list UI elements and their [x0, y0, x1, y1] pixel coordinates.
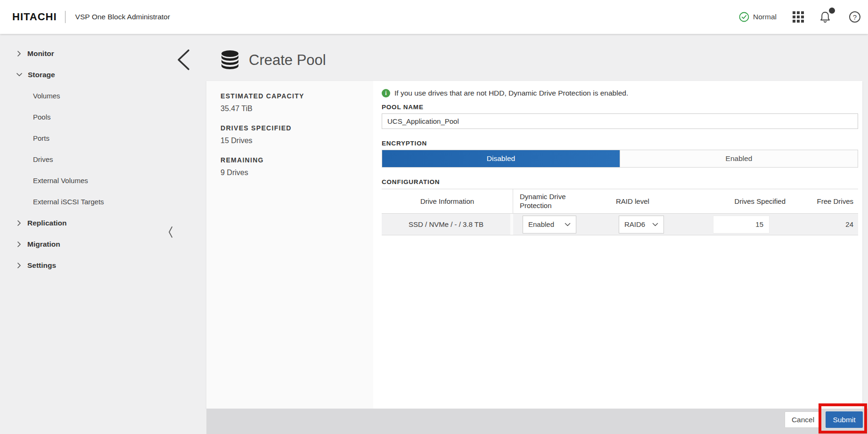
page-title: Create Pool: [249, 52, 326, 69]
sidebar-item-storage[interactable]: Storage: [0, 64, 169, 85]
sidebar-item-external-volumes[interactable]: External Volumes: [0, 170, 169, 191]
topbar-actions: Normal ?: [739, 0, 860, 34]
table-row: SSD / NVMe / - / 3.8 TB Enabled RAID6: [382, 214, 858, 235]
notifications-button[interactable]: [819, 11, 831, 24]
configuration-label: CONFIGURATION: [382, 178, 858, 185]
chevron-down-icon: [652, 223, 658, 226]
chevron-right-icon: [17, 220, 21, 226]
remaining-label: REMAINING: [221, 156, 359, 164]
check-circle-icon: [739, 12, 749, 22]
pool-database-icon: [220, 50, 240, 71]
sidebar-item-replication[interactable]: Replication: [0, 212, 169, 233]
chevron-right-icon: [17, 241, 21, 248]
status-label: Normal: [753, 13, 777, 21]
submit-button[interactable]: Submit: [826, 411, 863, 428]
hitachi-logo: HITACHI: [12, 11, 57, 23]
brand-divider: [65, 11, 66, 23]
col-drive-information: Drive Information: [382, 189, 513, 213]
sidebar-item-external-iscsi-targets[interactable]: External iSCSI Targets: [0, 191, 169, 212]
back-button[interactable]: [176, 49, 190, 71]
sidebar: Monitor Storage Volumes Pools Ports Driv…: [0, 34, 169, 434]
sidebar-item-volumes[interactable]: Volumes: [0, 85, 169, 106]
free-drives-cell: 24: [786, 220, 858, 228]
encryption-label: ENCRYPTION: [382, 140, 858, 147]
pool-form: i If you use drives that are not HDD, Dy…: [373, 81, 862, 409]
estimated-capacity-value: 35.47 TiB: [221, 104, 359, 113]
info-message-row: i If you use drives that are not HDD, Dy…: [382, 89, 858, 97]
chevron-right-icon: [17, 50, 21, 57]
drives-specified-label: DRIVES SPECIFIED: [221, 124, 359, 132]
summary-panel: ESTIMATED CAPACITY 35.47 TiB DRIVES SPEC…: [206, 81, 373, 409]
help-icon[interactable]: ?: [849, 11, 860, 23]
back-chevron-icon: [176, 49, 190, 71]
info-icon: i: [382, 89, 390, 97]
apps-grid-icon[interactable]: [793, 11, 804, 23]
col-drives-specified: Drives Specified: [684, 197, 786, 205]
app-title: VSP One Block Administrator: [75, 13, 170, 21]
drives-specified-input[interactable]: [713, 216, 770, 233]
page-header: Create Pool: [169, 34, 868, 81]
chevron-left-icon: [168, 226, 173, 238]
brand: HITACHI VSP One Block Administrator: [12, 11, 170, 23]
configuration-table-header: Drive Information Dynamic Drive Protecti…: [382, 189, 858, 214]
create-pool-card: ESTIMATED CAPACITY 35.47 TiB DRIVES SPEC…: [206, 81, 862, 409]
configuration-table: Drive Information Dynamic Drive Protecti…: [382, 189, 858, 235]
top-bar: HITACHI VSP One Block Administrator Norm…: [0, 0, 868, 34]
pool-name-label: POOL NAME: [382, 104, 858, 111]
encryption-enabled-option[interactable]: Enabled: [620, 150, 858, 167]
encryption-toggle: Disabled Enabled: [382, 150, 858, 168]
chevron-down-icon: [16, 72, 23, 77]
sidebar-item-pools[interactable]: Pools: [0, 106, 169, 128]
info-message: If you use drives that are not HDD, Dyna…: [394, 89, 628, 97]
col-free-drives: Free Drives: [786, 197, 858, 205]
cancel-button[interactable]: Cancel: [785, 411, 821, 428]
remaining-value: 9 Drives: [221, 169, 359, 177]
footer-action-bar: Cancel Submit: [206, 409, 868, 434]
sidebar-item-settings[interactable]: Settings: [0, 255, 169, 276]
sidebar-item-migration[interactable]: Migration: [0, 233, 169, 255]
sidebar-item-monitor[interactable]: Monitor: [0, 43, 169, 64]
sidebar-item-drives[interactable]: Drives: [0, 149, 169, 170]
chevron-down-icon: [565, 223, 571, 226]
sidebar-item-ports[interactable]: Ports: [0, 128, 169, 149]
col-raid-level: RAID level: [609, 197, 684, 205]
estimated-capacity-label: ESTIMATED CAPACITY: [221, 92, 359, 100]
system-status[interactable]: Normal: [739, 12, 777, 22]
drives-specified-value: 15 Drives: [221, 137, 359, 145]
drive-information-cell: SSD / NVMe / - / 3.8 TB: [382, 214, 513, 235]
dynamic-drive-protection-select[interactable]: Enabled: [523, 216, 576, 233]
sidebar-collapse-handle[interactable]: [166, 225, 175, 240]
raid-level-select[interactable]: RAID6: [619, 216, 664, 233]
encryption-disabled-option[interactable]: Disabled: [382, 150, 620, 167]
col-dynamic-drive-protection: Dynamic Drive Protection: [513, 193, 609, 210]
notification-badge: [829, 8, 835, 14]
pool-name-input[interactable]: [382, 113, 858, 129]
chevron-right-icon: [17, 262, 21, 269]
